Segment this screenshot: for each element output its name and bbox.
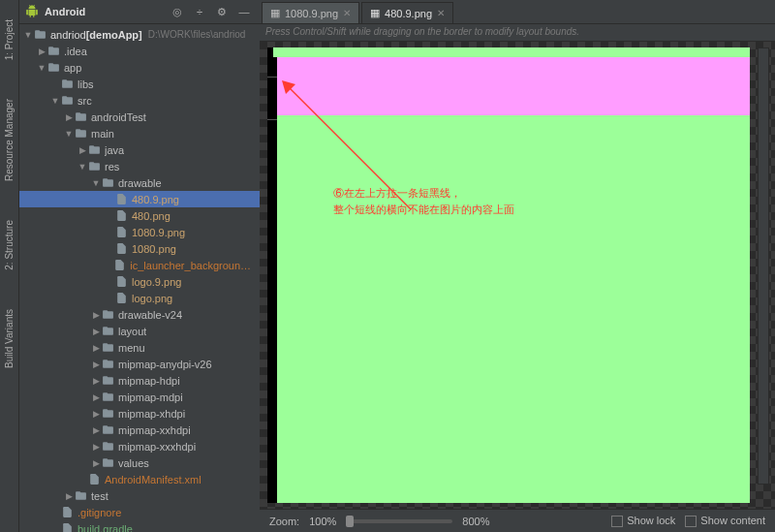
zoom-slider[interactable]: [346, 519, 452, 523]
nine-patch-canvas[interactable]: ⑥在左上方拉一条短黑线， 整个短线的横向不能在图片的内容上面: [260, 42, 775, 509]
sidebar-title: Android: [45, 6, 85, 17]
tree-label: values: [118, 457, 149, 469]
tree-row[interactable]: ▼app: [19, 59, 260, 76]
chevron-down-icon[interactable]: ▼: [50, 96, 60, 106]
project-tree[interactable]: ▼andriod [demoApp]D:\WORK\files\andriod▶…: [19, 24, 260, 532]
chevron-right-icon[interactable]: ▶: [78, 145, 87, 155]
tree-row[interactable]: 480.9.png: [19, 191, 260, 207]
tree-row[interactable]: ▶values: [19, 454, 260, 471]
tree-row[interactable]: build.gradle: [19, 520, 260, 532]
folder-icon: [74, 489, 87, 503]
chevron-right-icon[interactable]: ▶: [91, 442, 101, 452]
tree-row[interactable]: ▼main: [19, 125, 260, 141]
tree-row[interactable]: ▼drawable: [19, 174, 260, 191]
tree-label: app: [64, 62, 81, 74]
editor-area: ▦ 1080.9.png ✕ ▦ 480.9.png ✕ Press Contr…: [260, 0, 775, 532]
side-tab-resource-manager[interactable]: Resource Manager: [4, 99, 15, 181]
chevron-right-icon[interactable]: ▶: [91, 310, 101, 320]
folder-icon: [101, 374, 114, 388]
chevron-down-icon[interactable]: ▼: [64, 129, 74, 139]
chevron-right-icon[interactable]: ▶: [91, 392, 101, 402]
tree-row[interactable]: 1080.png: [19, 240, 260, 257]
tree-row[interactable]: ▶mipmap-xxxhdpi: [19, 438, 260, 454]
tree-label: drawable-v24: [118, 309, 182, 321]
tree-row[interactable]: logo.9.png: [19, 273, 260, 290]
zoom-max: 800%: [462, 516, 489, 527]
tree-row[interactable]: ▼res: [19, 158, 260, 174]
tree-row[interactable]: ▶mipmap-anydpi-v26: [19, 356, 260, 372]
side-tab-structure[interactable]: 2: Structure: [4, 220, 15, 270]
side-tab-build-variants[interactable]: Build Variants: [4, 309, 15, 368]
zoom-label: Zoom:: [269, 516, 299, 527]
chevron-right-icon[interactable]: ▶: [64, 112, 74, 122]
chevron-down-icon[interactable]: ▼: [78, 162, 87, 172]
chevron-down-icon[interactable]: ▼: [37, 63, 46, 73]
chevron-right-icon[interactable]: ▶: [91, 327, 101, 336]
android-icon: [25, 5, 39, 18]
target-icon[interactable]: ◎: [168, 3, 187, 20]
tree-label: build.gradle: [78, 523, 133, 533]
tree-row[interactable]: ▶mipmap-xxhdpi: [19, 422, 260, 438]
tree-row[interactable]: ic_launcher_background.xml: [19, 257, 260, 273]
chevron-down-icon[interactable]: ▼: [91, 178, 101, 188]
chevron-right-icon[interactable]: ▶: [91, 376, 101, 386]
show-lock-checkbox[interactable]: Show lock: [611, 515, 675, 527]
tree-label: androidTest: [91, 111, 146, 123]
tree-row[interactable]: logo.png: [19, 290, 260, 306]
tree-row[interactable]: ▶layout: [19, 323, 260, 339]
tree-row[interactable]: libs: [19, 76, 260, 92]
tree-row[interactable]: ▼src: [19, 92, 260, 109]
folder-icon: [101, 325, 114, 338]
expand-icon[interactable]: ÷: [190, 3, 209, 20]
tab-label: 480.9.png: [385, 8, 432, 19]
chevron-down-icon[interactable]: ▼: [23, 30, 33, 40]
tree-row[interactable]: ▶.idea: [19, 43, 260, 59]
tree-row[interactable]: 1080.9.png: [19, 224, 260, 240]
close-icon[interactable]: ✕: [343, 8, 351, 18]
vertical-scrollbar[interactable]: [758, 47, 769, 485]
tree-row[interactable]: ▶mipmap-hdpi: [19, 372, 260, 389]
tree-label: res: [105, 161, 119, 172]
chevron-right-icon[interactable]: ▶: [91, 425, 101, 435]
chevron-right-icon[interactable]: ▶: [91, 458, 101, 468]
tree-row[interactable]: ▶menu: [19, 339, 260, 356]
show-content-checkbox[interactable]: Show content: [685, 515, 765, 527]
tree-label: 1080.9.png: [132, 227, 185, 238]
gear-icon[interactable]: ⚙: [212, 3, 232, 20]
tree-row[interactable]: 480.png: [19, 207, 260, 224]
folder-icon: [33, 28, 46, 42]
tree-row[interactable]: ▶mipmap-mdpi: [19, 389, 260, 405]
tree-label: drawable: [118, 177, 162, 189]
close-icon[interactable]: ✕: [437, 8, 445, 18]
chevron-right-icon[interactable]: ▶: [37, 47, 46, 56]
tree-row[interactable]: ▼andriod [demoApp]D:\WORK\files\andriod: [19, 26, 260, 43]
tree-label: layout: [118, 326, 146, 337]
tab-label: 1080.9.png: [285, 8, 338, 19]
folder-icon: [101, 391, 114, 404]
chevron-right-icon[interactable]: ▶: [91, 360, 101, 369]
file-icon: [87, 473, 101, 486]
tree-row[interactable]: ▶java: [19, 141, 260, 158]
tab-1080-9-png[interactable]: ▦ 1080.9.png ✕: [262, 2, 359, 23]
file-icon: [114, 193, 128, 206]
minimize-icon[interactable]: —: [234, 3, 254, 20]
side-tab-project[interactable]: 1: Project: [4, 19, 15, 60]
nine-patch-marker[interactable]: [267, 77, 277, 120]
chevron-right-icon[interactable]: ▶: [64, 491, 74, 501]
tree-row[interactable]: AndroidManifest.xml: [19, 471, 260, 487]
folder-icon: [60, 78, 74, 91]
tree-row[interactable]: ▶test: [19, 487, 260, 504]
tab-480-9-png[interactable]: ▦ 480.9.png ✕: [361, 2, 453, 23]
editor-hint: Press Control/Shift while dragging on th…: [260, 24, 775, 42]
tree-row[interactable]: ▶drawable-v24: [19, 306, 260, 323]
chevron-right-icon[interactable]: ▶: [91, 343, 101, 353]
tree-label: mipmap-hdpi: [118, 375, 180, 387]
tree-label: libs: [78, 78, 94, 90]
image-icon: ▦: [270, 7, 280, 19]
chevron-right-icon[interactable]: ▶: [91, 409, 101, 419]
tree-label: test: [91, 490, 108, 502]
tree-row[interactable]: .gitignore: [19, 504, 260, 520]
tree-row[interactable]: ▶mipmap-xhdpi: [19, 405, 260, 422]
folder-icon: [46, 61, 60, 75]
tree-row[interactable]: ▶androidTest: [19, 109, 260, 125]
